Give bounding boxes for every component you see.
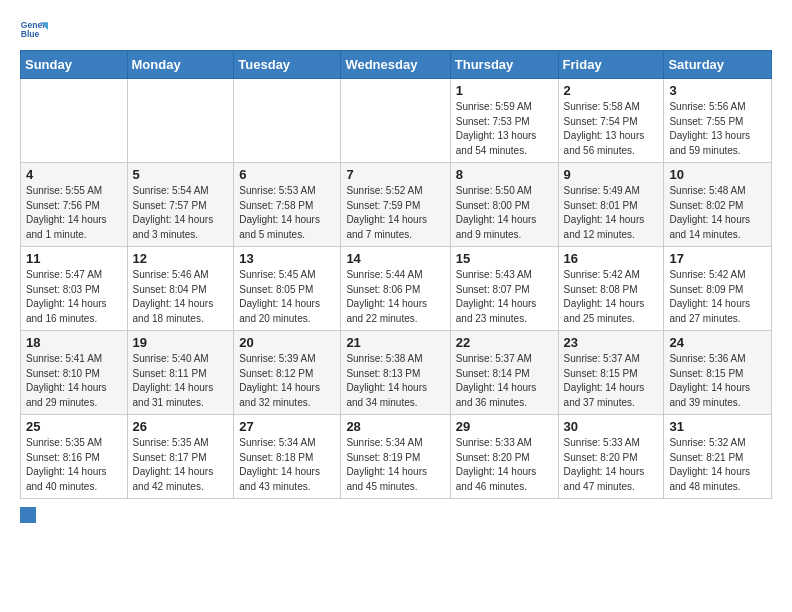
calendar-cell: 12Sunrise: 5:46 AM Sunset: 8:04 PM Dayli… [127,247,234,331]
calendar-cell: 28Sunrise: 5:34 AM Sunset: 8:19 PM Dayli… [341,415,450,499]
day-info: Sunrise: 5:45 AM Sunset: 8:05 PM Dayligh… [239,268,335,326]
day-info: Sunrise: 5:36 AM Sunset: 8:15 PM Dayligh… [669,352,766,410]
day-info: Sunrise: 5:50 AM Sunset: 8:00 PM Dayligh… [456,184,553,242]
day-number: 7 [346,167,444,182]
calendar-cell: 13Sunrise: 5:45 AM Sunset: 8:05 PM Dayli… [234,247,341,331]
day-number: 10 [669,167,766,182]
day-number: 18 [26,335,122,350]
calendar-cell: 8Sunrise: 5:50 AM Sunset: 8:00 PM Daylig… [450,163,558,247]
logo-icon: General Blue [20,16,48,44]
calendar-cell: 17Sunrise: 5:42 AM Sunset: 8:09 PM Dayli… [664,247,772,331]
calendar-cell: 15Sunrise: 5:43 AM Sunset: 8:07 PM Dayli… [450,247,558,331]
day-info: Sunrise: 5:47 AM Sunset: 8:03 PM Dayligh… [26,268,122,326]
day-number: 2 [564,83,659,98]
day-number: 30 [564,419,659,434]
day-info: Sunrise: 5:33 AM Sunset: 8:20 PM Dayligh… [456,436,553,494]
calendar-cell: 16Sunrise: 5:42 AM Sunset: 8:08 PM Dayli… [558,247,664,331]
day-number: 4 [26,167,122,182]
day-number: 15 [456,251,553,266]
calendar-cell [341,79,450,163]
calendar-week-3: 11Sunrise: 5:47 AM Sunset: 8:03 PM Dayli… [21,247,772,331]
legend [20,507,772,523]
day-info: Sunrise: 5:53 AM Sunset: 7:58 PM Dayligh… [239,184,335,242]
day-number: 1 [456,83,553,98]
calendar-cell: 22Sunrise: 5:37 AM Sunset: 8:14 PM Dayli… [450,331,558,415]
day-info: Sunrise: 5:42 AM Sunset: 8:09 PM Dayligh… [669,268,766,326]
calendar-cell: 27Sunrise: 5:34 AM Sunset: 8:18 PM Dayli… [234,415,341,499]
day-number: 6 [239,167,335,182]
calendar-cell: 10Sunrise: 5:48 AM Sunset: 8:02 PM Dayli… [664,163,772,247]
legend-box [20,507,36,523]
day-info: Sunrise: 5:55 AM Sunset: 7:56 PM Dayligh… [26,184,122,242]
day-number: 24 [669,335,766,350]
calendar-cell [127,79,234,163]
day-info: Sunrise: 5:48 AM Sunset: 8:02 PM Dayligh… [669,184,766,242]
calendar-cell: 23Sunrise: 5:37 AM Sunset: 8:15 PM Dayli… [558,331,664,415]
day-number: 27 [239,419,335,434]
calendar-cell: 30Sunrise: 5:33 AM Sunset: 8:20 PM Dayli… [558,415,664,499]
calendar-cell: 1Sunrise: 5:59 AM Sunset: 7:53 PM Daylig… [450,79,558,163]
weekday-header-row: SundayMondayTuesdayWednesdayThursdayFrid… [21,51,772,79]
day-number: 16 [564,251,659,266]
calendar-cell: 7Sunrise: 5:52 AM Sunset: 7:59 PM Daylig… [341,163,450,247]
day-info: Sunrise: 5:35 AM Sunset: 8:16 PM Dayligh… [26,436,122,494]
day-number: 31 [669,419,766,434]
calendar-week-2: 4Sunrise: 5:55 AM Sunset: 7:56 PM Daylig… [21,163,772,247]
day-info: Sunrise: 5:34 AM Sunset: 8:19 PM Dayligh… [346,436,444,494]
calendar-cell: 31Sunrise: 5:32 AM Sunset: 8:21 PM Dayli… [664,415,772,499]
day-number: 8 [456,167,553,182]
day-info: Sunrise: 5:43 AM Sunset: 8:07 PM Dayligh… [456,268,553,326]
day-info: Sunrise: 5:44 AM Sunset: 8:06 PM Dayligh… [346,268,444,326]
day-number: 23 [564,335,659,350]
calendar-week-1: 1Sunrise: 5:59 AM Sunset: 7:53 PM Daylig… [21,79,772,163]
day-number: 21 [346,335,444,350]
weekday-header-tuesday: Tuesday [234,51,341,79]
day-number: 26 [133,419,229,434]
calendar-cell: 11Sunrise: 5:47 AM Sunset: 8:03 PM Dayli… [21,247,128,331]
weekday-header-saturday: Saturday [664,51,772,79]
day-info: Sunrise: 5:33 AM Sunset: 8:20 PM Dayligh… [564,436,659,494]
day-number: 9 [564,167,659,182]
day-info: Sunrise: 5:34 AM Sunset: 8:18 PM Dayligh… [239,436,335,494]
calendar-week-4: 18Sunrise: 5:41 AM Sunset: 8:10 PM Dayli… [21,331,772,415]
day-info: Sunrise: 5:59 AM Sunset: 7:53 PM Dayligh… [456,100,553,158]
calendar-cell: 14Sunrise: 5:44 AM Sunset: 8:06 PM Dayli… [341,247,450,331]
header: General Blue [20,16,772,44]
day-number: 14 [346,251,444,266]
day-number: 11 [26,251,122,266]
day-number: 28 [346,419,444,434]
weekday-header-wednesday: Wednesday [341,51,450,79]
calendar-cell: 25Sunrise: 5:35 AM Sunset: 8:16 PM Dayli… [21,415,128,499]
calendar-cell: 2Sunrise: 5:58 AM Sunset: 7:54 PM Daylig… [558,79,664,163]
day-info: Sunrise: 5:40 AM Sunset: 8:11 PM Dayligh… [133,352,229,410]
weekday-header-monday: Monday [127,51,234,79]
calendar-cell: 26Sunrise: 5:35 AM Sunset: 8:17 PM Dayli… [127,415,234,499]
day-number: 19 [133,335,229,350]
calendar-cell [234,79,341,163]
day-info: Sunrise: 5:39 AM Sunset: 8:12 PM Dayligh… [239,352,335,410]
day-info: Sunrise: 5:37 AM Sunset: 8:15 PM Dayligh… [564,352,659,410]
day-number: 22 [456,335,553,350]
day-info: Sunrise: 5:52 AM Sunset: 7:59 PM Dayligh… [346,184,444,242]
day-info: Sunrise: 5:56 AM Sunset: 7:55 PM Dayligh… [669,100,766,158]
day-info: Sunrise: 5:32 AM Sunset: 8:21 PM Dayligh… [669,436,766,494]
calendar-cell: 29Sunrise: 5:33 AM Sunset: 8:20 PM Dayli… [450,415,558,499]
page: General Blue SundayMondayTuesdayWednesda… [0,0,792,539]
calendar-cell: 3Sunrise: 5:56 AM Sunset: 7:55 PM Daylig… [664,79,772,163]
day-number: 20 [239,335,335,350]
weekday-header-friday: Friday [558,51,664,79]
calendar-cell: 6Sunrise: 5:53 AM Sunset: 7:58 PM Daylig… [234,163,341,247]
weekday-header-sunday: Sunday [21,51,128,79]
day-info: Sunrise: 5:35 AM Sunset: 8:17 PM Dayligh… [133,436,229,494]
day-info: Sunrise: 5:58 AM Sunset: 7:54 PM Dayligh… [564,100,659,158]
calendar-cell: 9Sunrise: 5:49 AM Sunset: 8:01 PM Daylig… [558,163,664,247]
calendar-cell: 24Sunrise: 5:36 AM Sunset: 8:15 PM Dayli… [664,331,772,415]
weekday-header-thursday: Thursday [450,51,558,79]
calendar-cell: 21Sunrise: 5:38 AM Sunset: 8:13 PM Dayli… [341,331,450,415]
calendar-cell: 19Sunrise: 5:40 AM Sunset: 8:11 PM Dayli… [127,331,234,415]
day-number: 13 [239,251,335,266]
day-number: 29 [456,419,553,434]
day-number: 5 [133,167,229,182]
day-info: Sunrise: 5:38 AM Sunset: 8:13 PM Dayligh… [346,352,444,410]
day-number: 12 [133,251,229,266]
